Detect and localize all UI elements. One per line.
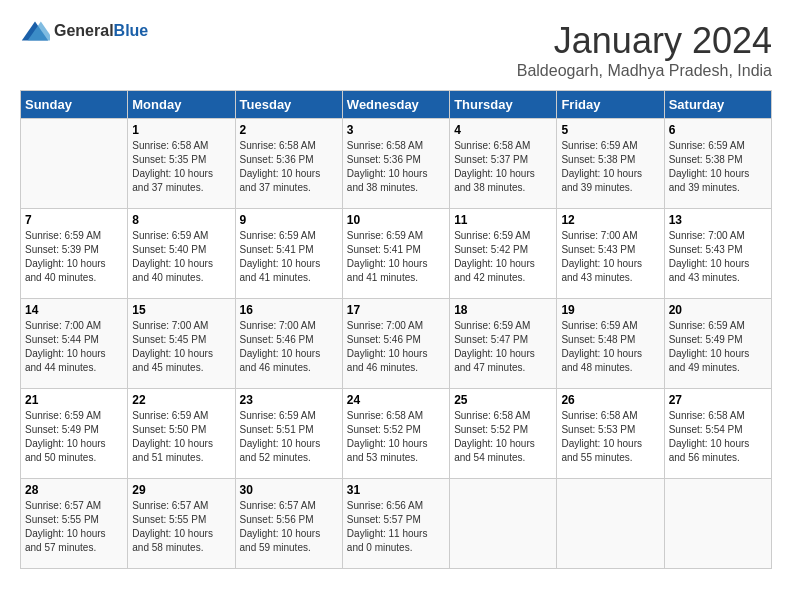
cell-4-4: [450, 479, 557, 569]
day-info-13: Sunrise: 7:00 AM Sunset: 5:43 PM Dayligh…: [669, 229, 767, 285]
day-info-20: Sunrise: 6:59 AM Sunset: 5:49 PM Dayligh…: [669, 319, 767, 375]
day-number-28: 28: [25, 483, 123, 497]
day-number-14: 14: [25, 303, 123, 317]
day-number-9: 9: [240, 213, 338, 227]
cell-1-4: 11Sunrise: 6:59 AM Sunset: 5:42 PM Dayli…: [450, 209, 557, 299]
cell-4-5: [557, 479, 664, 569]
logo: GeneralBlue: [20, 20, 148, 42]
header-tuesday: Tuesday: [235, 91, 342, 119]
header-thursday: Thursday: [450, 91, 557, 119]
cell-1-5: 12Sunrise: 7:00 AM Sunset: 5:43 PM Dayli…: [557, 209, 664, 299]
day-number-21: 21: [25, 393, 123, 407]
day-number-8: 8: [132, 213, 230, 227]
week-row-4: 28Sunrise: 6:57 AM Sunset: 5:55 PM Dayli…: [21, 479, 772, 569]
month-title: January 2024: [517, 20, 772, 62]
cell-2-6: 20Sunrise: 6:59 AM Sunset: 5:49 PM Dayli…: [664, 299, 771, 389]
cell-1-3: 10Sunrise: 6:59 AM Sunset: 5:41 PM Dayli…: [342, 209, 449, 299]
week-row-1: 7Sunrise: 6:59 AM Sunset: 5:39 PM Daylig…: [21, 209, 772, 299]
day-number-2: 2: [240, 123, 338, 137]
day-info-11: Sunrise: 6:59 AM Sunset: 5:42 PM Dayligh…: [454, 229, 552, 285]
day-info-4: Sunrise: 6:58 AM Sunset: 5:37 PM Dayligh…: [454, 139, 552, 195]
logo-blue: Blue: [114, 22, 149, 39]
day-number-27: 27: [669, 393, 767, 407]
day-number-20: 20: [669, 303, 767, 317]
cell-3-3: 24Sunrise: 6:58 AM Sunset: 5:52 PM Dayli…: [342, 389, 449, 479]
cell-4-2: 30Sunrise: 6:57 AM Sunset: 5:56 PM Dayli…: [235, 479, 342, 569]
calendar-body: 1Sunrise: 6:58 AM Sunset: 5:35 PM Daylig…: [21, 119, 772, 569]
day-info-3: Sunrise: 6:58 AM Sunset: 5:36 PM Dayligh…: [347, 139, 445, 195]
calendar-header: Sunday Monday Tuesday Wednesday Thursday…: [21, 91, 772, 119]
day-number-22: 22: [132, 393, 230, 407]
cell-2-4: 18Sunrise: 6:59 AM Sunset: 5:47 PM Dayli…: [450, 299, 557, 389]
day-info-22: Sunrise: 6:59 AM Sunset: 5:50 PM Dayligh…: [132, 409, 230, 465]
cell-4-6: [664, 479, 771, 569]
day-number-7: 7: [25, 213, 123, 227]
day-number-11: 11: [454, 213, 552, 227]
day-info-21: Sunrise: 6:59 AM Sunset: 5:49 PM Dayligh…: [25, 409, 123, 465]
day-number-24: 24: [347, 393, 445, 407]
day-info-1: Sunrise: 6:58 AM Sunset: 5:35 PM Dayligh…: [132, 139, 230, 195]
week-row-2: 14Sunrise: 7:00 AM Sunset: 5:44 PM Dayli…: [21, 299, 772, 389]
day-number-23: 23: [240, 393, 338, 407]
day-number-13: 13: [669, 213, 767, 227]
cell-4-1: 29Sunrise: 6:57 AM Sunset: 5:55 PM Dayli…: [128, 479, 235, 569]
day-info-27: Sunrise: 6:58 AM Sunset: 5:54 PM Dayligh…: [669, 409, 767, 465]
cell-3-4: 25Sunrise: 6:58 AM Sunset: 5:52 PM Dayli…: [450, 389, 557, 479]
cell-2-1: 15Sunrise: 7:00 AM Sunset: 5:45 PM Dayli…: [128, 299, 235, 389]
logo-icon: [20, 20, 50, 42]
day-number-25: 25: [454, 393, 552, 407]
cell-1-6: 13Sunrise: 7:00 AM Sunset: 5:43 PM Dayli…: [664, 209, 771, 299]
cell-0-2: 2Sunrise: 6:58 AM Sunset: 5:36 PM Daylig…: [235, 119, 342, 209]
cell-1-0: 7Sunrise: 6:59 AM Sunset: 5:39 PM Daylig…: [21, 209, 128, 299]
day-info-9: Sunrise: 6:59 AM Sunset: 5:41 PM Dayligh…: [240, 229, 338, 285]
day-info-16: Sunrise: 7:00 AM Sunset: 5:46 PM Dayligh…: [240, 319, 338, 375]
header-row: Sunday Monday Tuesday Wednesday Thursday…: [21, 91, 772, 119]
day-info-29: Sunrise: 6:57 AM Sunset: 5:55 PM Dayligh…: [132, 499, 230, 555]
cell-0-3: 3Sunrise: 6:58 AM Sunset: 5:36 PM Daylig…: [342, 119, 449, 209]
day-info-19: Sunrise: 6:59 AM Sunset: 5:48 PM Dayligh…: [561, 319, 659, 375]
week-row-3: 21Sunrise: 6:59 AM Sunset: 5:49 PM Dayli…: [21, 389, 772, 479]
day-number-12: 12: [561, 213, 659, 227]
day-number-3: 3: [347, 123, 445, 137]
cell-3-1: 22Sunrise: 6:59 AM Sunset: 5:50 PM Dayli…: [128, 389, 235, 479]
cell-3-6: 27Sunrise: 6:58 AM Sunset: 5:54 PM Dayli…: [664, 389, 771, 479]
day-info-14: Sunrise: 7:00 AM Sunset: 5:44 PM Dayligh…: [25, 319, 123, 375]
title-area: January 2024 Baldeogarh, Madhya Pradesh,…: [517, 20, 772, 80]
cell-2-2: 16Sunrise: 7:00 AM Sunset: 5:46 PM Dayli…: [235, 299, 342, 389]
day-number-1: 1: [132, 123, 230, 137]
day-info-23: Sunrise: 6:59 AM Sunset: 5:51 PM Dayligh…: [240, 409, 338, 465]
day-info-12: Sunrise: 7:00 AM Sunset: 5:43 PM Dayligh…: [561, 229, 659, 285]
cell-3-5: 26Sunrise: 6:58 AM Sunset: 5:53 PM Dayli…: [557, 389, 664, 479]
header-monday: Monday: [128, 91, 235, 119]
cell-0-4: 4Sunrise: 6:58 AM Sunset: 5:37 PM Daylig…: [450, 119, 557, 209]
cell-2-5: 19Sunrise: 6:59 AM Sunset: 5:48 PM Dayli…: [557, 299, 664, 389]
cell-3-2: 23Sunrise: 6:59 AM Sunset: 5:51 PM Dayli…: [235, 389, 342, 479]
header-saturday: Saturday: [664, 91, 771, 119]
week-row-0: 1Sunrise: 6:58 AM Sunset: 5:35 PM Daylig…: [21, 119, 772, 209]
day-info-18: Sunrise: 6:59 AM Sunset: 5:47 PM Dayligh…: [454, 319, 552, 375]
day-info-8: Sunrise: 6:59 AM Sunset: 5:40 PM Dayligh…: [132, 229, 230, 285]
cell-2-3: 17Sunrise: 7:00 AM Sunset: 5:46 PM Dayli…: [342, 299, 449, 389]
day-number-5: 5: [561, 123, 659, 137]
day-info-5: Sunrise: 6:59 AM Sunset: 5:38 PM Dayligh…: [561, 139, 659, 195]
day-number-6: 6: [669, 123, 767, 137]
day-number-29: 29: [132, 483, 230, 497]
subtitle: Baldeogarh, Madhya Pradesh, India: [517, 62, 772, 80]
day-number-15: 15: [132, 303, 230, 317]
day-info-17: Sunrise: 7:00 AM Sunset: 5:46 PM Dayligh…: [347, 319, 445, 375]
day-info-26: Sunrise: 6:58 AM Sunset: 5:53 PM Dayligh…: [561, 409, 659, 465]
cell-4-3: 31Sunrise: 6:56 AM Sunset: 5:57 PM Dayli…: [342, 479, 449, 569]
cell-0-1: 1Sunrise: 6:58 AM Sunset: 5:35 PM Daylig…: [128, 119, 235, 209]
day-info-2: Sunrise: 6:58 AM Sunset: 5:36 PM Dayligh…: [240, 139, 338, 195]
header-wednesday: Wednesday: [342, 91, 449, 119]
day-info-6: Sunrise: 6:59 AM Sunset: 5:38 PM Dayligh…: [669, 139, 767, 195]
day-info-24: Sunrise: 6:58 AM Sunset: 5:52 PM Dayligh…: [347, 409, 445, 465]
day-number-19: 19: [561, 303, 659, 317]
day-number-30: 30: [240, 483, 338, 497]
day-number-16: 16: [240, 303, 338, 317]
day-info-15: Sunrise: 7:00 AM Sunset: 5:45 PM Dayligh…: [132, 319, 230, 375]
day-info-30: Sunrise: 6:57 AM Sunset: 5:56 PM Dayligh…: [240, 499, 338, 555]
cell-1-2: 9Sunrise: 6:59 AM Sunset: 5:41 PM Daylig…: [235, 209, 342, 299]
header-friday: Friday: [557, 91, 664, 119]
day-number-31: 31: [347, 483, 445, 497]
